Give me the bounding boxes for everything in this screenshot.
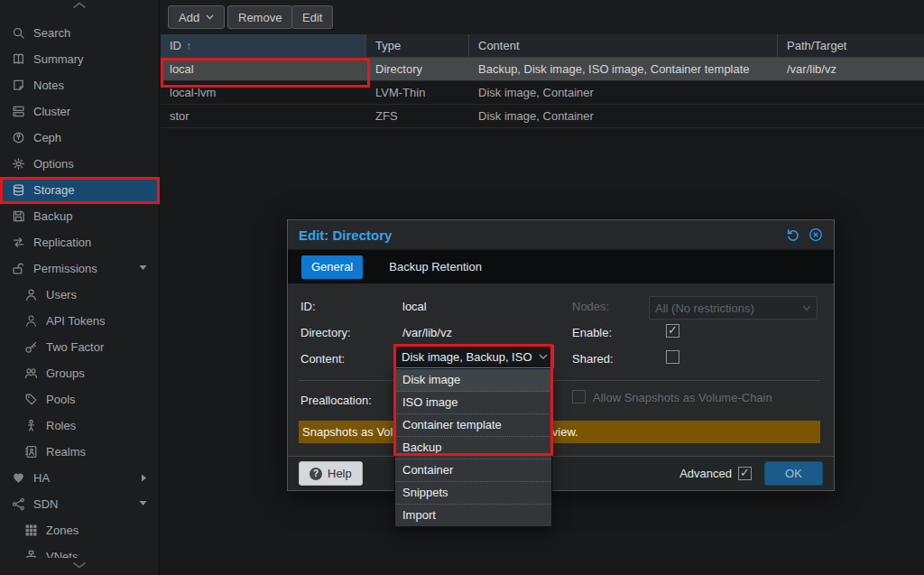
help-button[interactable]: ? Help (299, 461, 363, 486)
cell-id: local (161, 62, 366, 76)
sidebar-item-label: HA (33, 471, 50, 485)
sidebar-item-label: Options (33, 157, 74, 171)
close-icon[interactable] (808, 227, 823, 242)
backup-icon (11, 209, 25, 224)
cell-type: ZFS (366, 109, 469, 123)
table-row-local-lvm[interactable]: local-lvmLVM-ThinDisk image, Container (161, 81, 924, 105)
sidebar-item-realms[interactable]: Realms (0, 439, 159, 465)
allow-snapshots-label: Allow Snapshots as Volume-Chain (593, 391, 772, 404)
sidebar-item-label: Replication (33, 236, 91, 249)
sidebar-item-cluster[interactable]: Cluster (0, 98, 159, 125)
content-label: Content: (300, 352, 345, 366)
column-header-label: ID (170, 39, 181, 52)
column-header-type[interactable]: Type (366, 34, 469, 57)
notes-icon (11, 79, 25, 93)
content-dropdown-list: Disk imageISO imageContainer templateBac… (394, 368, 552, 527)
dropdown-item-backup[interactable]: Backup (395, 437, 551, 459)
advanced-checkbox[interactable] (738, 467, 752, 480)
dropdown-item-container[interactable]: Container (395, 459, 551, 482)
dropdown-item-snippets[interactable]: Snippets (395, 482, 551, 505)
cell-content: Disk image, Container (469, 86, 778, 99)
shared-label: Shared: (572, 352, 614, 366)
sidebar-item-notes[interactable]: Notes (0, 72, 159, 98)
sidebar-item-options[interactable]: Options (0, 151, 159, 177)
sidebar-item-api-tokens[interactable]: API Tokens (0, 308, 159, 334)
remove-button[interactable]: Remove (227, 5, 292, 29)
nodes-combobox-value: All (No restrictions) (655, 301, 799, 315)
edit-button[interactable]: Edit (291, 5, 333, 29)
table-row-stor[interactable]: storZFSDisk image, Container (161, 105, 924, 128)
dialog-footer: ? Help Advanced OK (288, 456, 834, 490)
realms-icon (23, 445, 38, 459)
sidebar-item-pools[interactable]: Pools (0, 386, 159, 413)
table-row-local[interactable]: localDirectoryBackup, Disk image, ISO im… (161, 58, 924, 81)
sidebar-item-backup[interactable]: Backup (0, 203, 159, 229)
sidebar-item-label: VNets (46, 550, 78, 558)
sidebar-item-zones[interactable]: Zones (0, 517, 159, 543)
dropdown-item-disk-image[interactable]: Disk image (395, 369, 551, 392)
sidebar-item-label: Two Factor (46, 340, 104, 354)
sidebar: SearchSummaryNotesClusterCephOptionsStor… (0, 0, 160, 575)
form-separator (299, 380, 820, 381)
sidebar-item-ha[interactable]: HA (0, 465, 159, 491)
sidebar-item-label: Roles (46, 419, 76, 432)
sidebar-item-roles[interactable]: Roles (0, 413, 159, 439)
shared-checkbox[interactable] (666, 350, 679, 364)
permissions-icon (11, 262, 25, 276)
users-icon (23, 288, 38, 302)
sidebar-items: SearchSummaryNotesClusterCephOptionsStor… (0, 20, 159, 558)
sidebar-item-summary[interactable]: Summary (0, 46, 159, 72)
vnets-icon (23, 550, 38, 559)
caret-down-icon (139, 500, 147, 506)
storage-table: ID↑TypeContentPath/Target localDirectory… (161, 34, 924, 128)
ha-icon (11, 471, 25, 486)
dialog-title: Edit: Directory (299, 227, 392, 243)
sidebar-item-replication[interactable]: Replication (0, 229, 159, 255)
dropdown-item-import[interactable]: Import (395, 505, 551, 526)
sidebar-scroll-down-icon[interactable] (0, 560, 159, 570)
sidebar-scroll-up-icon[interactable] (0, 0, 159, 11)
column-header-path-target[interactable]: Path/Target (778, 34, 924, 57)
zones-icon (23, 524, 38, 538)
add-button[interactable]: Add (168, 5, 225, 29)
content-combobox[interactable]: Disk image, Backup, ISO (395, 345, 554, 368)
caret-right-icon (141, 474, 147, 482)
button-label: Add (179, 11, 199, 24)
column-header-content[interactable]: Content (469, 34, 778, 57)
ok-button[interactable]: OK (764, 461, 823, 486)
allow-snapshots-checkbox[interactable] (572, 390, 586, 403)
dropdown-item-container-template[interactable]: Container template (395, 414, 551, 437)
tab-backup-retention[interactable]: Backup Retention (379, 255, 492, 279)
sidebar-item-storage[interactable]: Storage (0, 177, 159, 203)
sidebar-item-label: Backup (33, 209, 72, 223)
sidebar-item-vnets[interactable]: VNets (0, 543, 159, 558)
column-header-id[interactable]: ID↑ (161, 34, 366, 57)
sidebar-item-sdn[interactable]: SDN (0, 491, 159, 517)
sidebar-item-permissions[interactable]: Permissions (0, 255, 159, 282)
dialog-tabs: GeneralBackup Retention (288, 250, 834, 283)
sdn-icon (11, 497, 25, 512)
sidebar-item-two-factor[interactable]: Two Factor (0, 334, 159, 360)
dropdown-item-iso-image[interactable]: ISO image (395, 392, 551, 414)
help-button-label: Help (328, 467, 352, 480)
cell-type: Directory (366, 62, 469, 76)
sidebar-item-groups[interactable]: Groups (0, 360, 159, 386)
sidebar-item-users[interactable]: Users (0, 282, 159, 308)
button-label: Edit (302, 11, 322, 24)
sidebar-item-label: Permissions (33, 262, 97, 275)
replication-icon (11, 236, 25, 250)
undo-icon[interactable] (786, 227, 800, 242)
enable-label: Enable: (572, 326, 612, 339)
nodes-combobox[interactable]: All (No restrictions) (649, 296, 818, 320)
enable-checkbox[interactable] (666, 324, 679, 338)
sidebar-item-search[interactable]: Search (0, 20, 159, 46)
tab-general[interactable]: General (301, 255, 363, 279)
table-header: ID↑TypeContentPath/Target (161, 34, 924, 58)
preallocation-label: Preallocation: (300, 394, 372, 407)
roles-icon (23, 419, 38, 433)
sidebar-item-label: Realms (46, 445, 86, 459)
sidebar-item-label: Summary (33, 52, 84, 66)
cell-id: stor (161, 109, 366, 123)
two-factor-icon (23, 340, 38, 355)
sidebar-item-ceph[interactable]: Ceph (0, 125, 159, 151)
